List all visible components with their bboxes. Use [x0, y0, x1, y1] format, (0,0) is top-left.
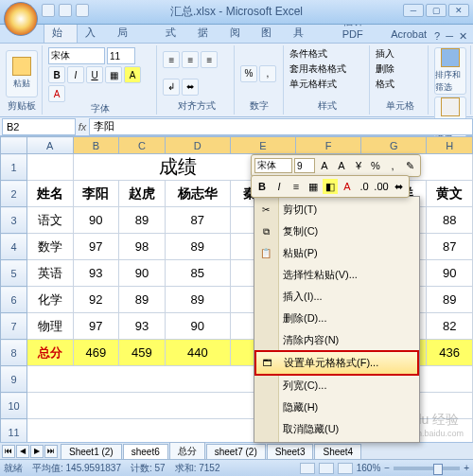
- ctx-insert[interactable]: 插入(I)...: [254, 286, 419, 308]
- cond-format-button[interactable]: 条件格式: [289, 47, 327, 61]
- minimize-button[interactable]: ─: [403, 4, 424, 17]
- office-button[interactable]: [4, 2, 38, 36]
- col-F[interactable]: F: [296, 137, 361, 154]
- tab-acrobat[interactable]: Acrobat: [383, 26, 434, 43]
- border-button[interactable]: ▦: [105, 66, 122, 83]
- ctx-paste[interactable]: 📋粘贴(P): [254, 242, 419, 264]
- tab-next-icon[interactable]: ▶: [30, 445, 44, 458]
- mini-paint-icon[interactable]: ✎: [402, 158, 417, 173]
- mini-grow-icon[interactable]: A: [317, 158, 332, 173]
- tab-prev-icon[interactable]: ◀: [16, 445, 29, 458]
- sheet-tab[interactable]: sheet6: [123, 444, 168, 459]
- col-G[interactable]: G: [361, 137, 427, 154]
- qat-redo-icon[interactable]: [76, 4, 89, 17]
- mini-fontcolor-icon[interactable]: A: [340, 179, 355, 194]
- cell-styles-button[interactable]: 单元格样式: [289, 78, 337, 91]
- ctx-hide[interactable]: 隐藏(H): [254, 397, 419, 418]
- help-icon[interactable]: ?: [434, 30, 440, 43]
- sheet-tab[interactable]: Sheet3: [267, 444, 314, 459]
- sheet-tab[interactable]: Sheet4: [314, 444, 361, 459]
- view-break-icon[interactable]: [338, 463, 353, 474]
- mini-decimal-dec-icon[interactable]: .00: [374, 179, 389, 194]
- cells-insert-button[interactable]: 插入: [376, 47, 394, 61]
- ctx-column-width[interactable]: 列宽(C)...: [254, 375, 419, 397]
- view-normal-icon[interactable]: [300, 463, 315, 474]
- fx-icon[interactable]: fx: [76, 121, 89, 132]
- ctx-cut[interactable]: ✂剪切(T): [254, 199, 419, 220]
- align-center-icon[interactable]: ≡: [182, 51, 199, 68]
- mini-italic-icon[interactable]: I: [272, 179, 287, 194]
- ctx-delete[interactable]: 删除(D)...: [254, 308, 419, 329]
- comma-icon[interactable]: ,: [259, 65, 276, 82]
- tab-first-icon[interactable]: ⏮: [2, 445, 15, 458]
- mini-currency-icon[interactable]: ¥: [351, 158, 366, 173]
- quick-access-toolbar: [42, 4, 89, 17]
- col-B[interactable]: B: [73, 137, 119, 154]
- mini-font-name[interactable]: [254, 158, 292, 173]
- align-right-icon[interactable]: ≡: [201, 51, 218, 68]
- table-format-button[interactable]: 套用表格格式: [289, 62, 346, 76]
- fill-color-button[interactable]: A: [124, 66, 141, 83]
- select-all-corner[interactable]: [1, 137, 27, 154]
- mini-merge-icon[interactable]: ⬌: [391, 179, 406, 194]
- sheet-tab[interactable]: sheet7 (2): [206, 444, 266, 459]
- underline-button[interactable]: U: [86, 66, 103, 83]
- mini-shrink-icon[interactable]: A: [334, 158, 349, 173]
- cell[interactable]: 姓名: [27, 181, 74, 207]
- mini-comma-icon[interactable]: ,: [385, 158, 400, 173]
- qat-undo-icon[interactable]: [59, 4, 72, 17]
- zoom-slider[interactable]: [394, 467, 460, 470]
- mini-fill-icon[interactable]: ◧: [323, 179, 338, 194]
- formula-input[interactable]: [89, 118, 473, 135]
- ctx-clear[interactable]: 清除内容(N): [254, 329, 419, 351]
- ctx-paste-special[interactable]: 选择性粘贴(V)...: [254, 264, 419, 286]
- row-1[interactable]: 1: [1, 154, 27, 181]
- col-D[interactable]: D: [165, 137, 230, 154]
- cells-delete-button[interactable]: 删除: [376, 62, 394, 76]
- percent-icon[interactable]: %: [240, 65, 257, 82]
- cell[interactable]: 杨志华: [165, 181, 230, 207]
- mini-font-size[interactable]: [294, 158, 315, 173]
- sheet-tab[interactable]: 总分: [169, 442, 205, 460]
- view-layout-icon[interactable]: [319, 463, 334, 474]
- col-E[interactable]: E: [230, 137, 295, 154]
- row-2[interactable]: 2: [1, 181, 27, 207]
- merge-icon[interactable]: ⬌: [182, 79, 199, 96]
- cell[interactable]: 黄文: [427, 181, 473, 207]
- bold-button[interactable]: B: [48, 66, 65, 83]
- wrap-text-icon[interactable]: ↲: [163, 79, 180, 96]
- mini-bold-icon[interactable]: B: [254, 179, 270, 194]
- font-name[interactable]: [48, 47, 105, 64]
- cell[interactable]: 李阳: [73, 181, 119, 207]
- align-left-icon[interactable]: ≡: [163, 51, 180, 68]
- italic-button[interactable]: I: [67, 66, 84, 83]
- maximize-button[interactable]: ▢: [426, 4, 447, 17]
- sheet-tab[interactable]: Sheet1 (2): [61, 444, 122, 459]
- mini-percent-icon[interactable]: %: [368, 158, 383, 173]
- ctx-format-cells[interactable]: 🗔设置单元格格式(F)...: [255, 351, 418, 375]
- cell[interactable]: 赵虎: [119, 181, 166, 207]
- name-box[interactable]: [2, 118, 76, 135]
- mini-decimal-inc-icon[interactable]: .0: [357, 179, 372, 194]
- cells-format-button[interactable]: 格式: [376, 78, 394, 91]
- col-H[interactable]: H: [427, 137, 473, 154]
- zoom-level[interactable]: 160%: [357, 463, 381, 473]
- ctx-unhide[interactable]: 取消隐藏(U): [254, 418, 419, 440]
- tab-last-icon[interactable]: ⏭: [44, 445, 58, 458]
- mini-align-icon[interactable]: ≡: [289, 179, 304, 194]
- status-count: 计数: 57: [131, 462, 166, 475]
- ctx-copy[interactable]: ⧉复制(C): [254, 220, 419, 242]
- qat-save-icon[interactable]: [42, 4, 55, 17]
- mini-border-icon[interactable]: ▦: [306, 179, 321, 194]
- font-size[interactable]: [107, 47, 135, 64]
- col-C[interactable]: C: [119, 137, 166, 154]
- min-ribbon-icon[interactable]: ─: [446, 30, 453, 43]
- paste-button[interactable]: 粘贴: [6, 50, 38, 97]
- col-A[interactable]: A: [27, 137, 74, 154]
- close-doc-icon[interactable]: ✕: [459, 30, 467, 43]
- sort-filter-button[interactable]: 排序和筛选: [434, 47, 466, 95]
- close-button[interactable]: ✕: [448, 4, 469, 17]
- zoom-out-icon[interactable]: −: [384, 463, 390, 473]
- font-color-button[interactable]: A: [48, 85, 65, 102]
- zoom-in-icon[interactable]: +: [464, 463, 469, 473]
